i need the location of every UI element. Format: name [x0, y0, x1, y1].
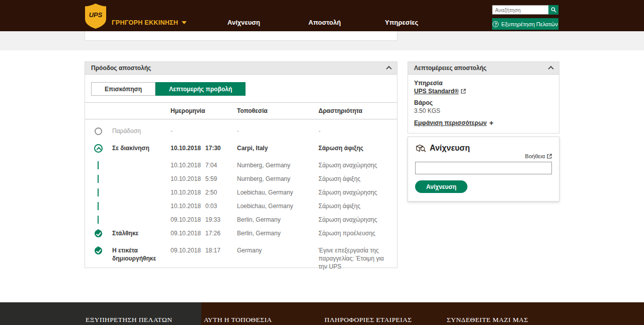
collapse-chevron-icon[interactable]	[386, 66, 391, 72]
pending-circle-icon	[95, 127, 102, 135]
check-circle-icon	[95, 247, 102, 254]
row-activity: Σάρωση αναχώρησης	[318, 188, 397, 197]
details-card-header: Λεπτομέρειες αποστολής	[408, 62, 559, 75]
row-location: Carpi, Italy	[237, 144, 318, 152]
customer-service-label: Εξυπηρέτηση Πελατών	[501, 21, 557, 27]
timeline-row: 10.10.20180:03 Loebichau, Germany Σάρωση…	[85, 202, 397, 216]
row-date: 09.10.201817:26	[171, 229, 237, 237]
plus-icon: +	[490, 119, 494, 127]
question-circle-icon: ?	[493, 21, 499, 27]
column-location: Τοποθεσία	[237, 107, 318, 114]
row-date: 09.10.201818:17	[171, 246, 237, 271]
row-activity: -	[318, 127, 397, 135]
collapse-chevron-icon[interactable]	[548, 66, 553, 72]
column-activity: Δραστηριότητα	[318, 107, 397, 114]
progress-card-header: Πρόοδος αποστολής	[85, 62, 397, 75]
customer-service-button[interactable]: ? Εξυπηρέτηση Πελατών	[492, 18, 558, 30]
row-activity: Έγινε επεξεργασία της παραγγελίας: Έτοιμ…	[318, 246, 397, 271]
timeline-line	[98, 202, 99, 210]
row-activity: Σάρωση αναχώρησης	[318, 161, 397, 169]
search-button[interactable]	[548, 5, 558, 15]
footer-connect-heading: ΣΥΝΔΕΘΕΙΤΕ ΜΑΖΙ ΜΑΣ	[447, 316, 528, 324]
track-widget-card: Ανίχνευση Βοήθεια Ανίχνευση	[408, 137, 559, 202]
column-date: Ημερομηνία	[171, 107, 237, 114]
tab-overview[interactable]: Επισκόπηση	[91, 82, 155, 96]
timeline-row: 10.10.20185:59 Nurnberg, Germany Σάρωση …	[85, 175, 397, 188]
page-footer: ΕΞΥΠΗΡΕΤΗΣΗ ΠΕΛΑΤΩΝ ΑΥΤΗ Η ΤΟΠΟΘΕΣΙΑ ΠΛΗ…	[0, 302, 644, 325]
package-search-icon	[415, 143, 426, 153]
svg-text:UPS: UPS	[89, 11, 103, 19]
progress-card-title: Πρόοδος αποστολής	[91, 64, 151, 72]
row-location: Loebichau, Germany	[237, 202, 318, 210]
timeline-row: 10.10.20182:50 Loebichau, Germany Σάρωση…	[85, 188, 397, 202]
timeline-line	[98, 175, 99, 183]
row-activity: Σάρωση άφιξης	[318, 144, 397, 152]
chevron-down-icon	[182, 21, 187, 24]
ups-logo[interactable]: UPS	[85, 3, 107, 29]
row-location: Nurnberg, Germany	[237, 175, 318, 183]
row-status: Σε διακίνηση	[112, 144, 171, 152]
row-status	[112, 188, 171, 197]
nav-services[interactable]: Υπηρεσίες	[385, 19, 418, 26]
search-icon	[551, 7, 556, 13]
help-link[interactable]: Βοήθεια	[525, 153, 552, 159]
nav-ship[interactable]: Αποστολή	[308, 19, 341, 26]
row-location: Loebichau, Germany	[237, 188, 318, 197]
track-button[interactable]: Ανίχνευση	[415, 180, 467, 193]
timeline-line	[98, 188, 99, 197]
row-date: 10.10.20185:59	[171, 175, 237, 183]
service-link[interactable]: UPS Standard®	[414, 88, 466, 95]
timeline-line	[98, 216, 99, 224]
in-transit-chevron-icon	[94, 144, 103, 153]
ups-shield-icon: UPS	[85, 3, 107, 29]
show-more-link[interactable]: Εμφάνιση περισσότερων +	[414, 119, 494, 127]
header-search	[492, 5, 558, 15]
right-column: Λεπτομέρειες αποστολής Υπηρεσία UPS Stan…	[408, 61, 559, 202]
row-status: Παράδοση	[112, 127, 171, 135]
external-link-icon	[547, 154, 552, 159]
row-activity: Σάρωση προέλευσης	[318, 229, 397, 237]
row-activity: Σάρωση άφιξης	[318, 202, 397, 210]
quick-start-menu[interactable]: ΓΡΗΓΟΡΗ ΕΚΚΙΝΗΣΗ	[112, 19, 187, 26]
tab-detail-view[interactable]: Λεπτομερής προβολή	[155, 82, 246, 96]
timeline-row: Η ετικέτα δημιουργήθηκε 09.10.201818:17 …	[85, 246, 397, 274]
progress-tabs: Επισκόπηση Λεπτομερής προβολή	[91, 82, 391, 96]
row-location: Berlin, Germany	[237, 216, 318, 224]
row-date: 10.10.20180:03	[171, 202, 237, 210]
weight-label: Βάρος	[414, 99, 553, 106]
track-widget-title: Ανίχνευση	[430, 144, 470, 153]
row-date: -	[171, 127, 237, 135]
timeline-row: 10.10.20187:04 Nurnberg, Germany Σάρωση …	[85, 161, 397, 175]
timeline-row: Στάλθηκε 09.10.201817:26 Berlin, Germany…	[85, 229, 397, 246]
gray-band	[0, 31, 644, 50]
service-label: Υπηρεσία	[414, 80, 553, 87]
tracking-number-input[interactable]	[415, 162, 552, 174]
nav-track[interactable]: Ανίχνευση	[227, 19, 260, 26]
row-status	[112, 175, 171, 183]
row-location: -	[237, 127, 318, 135]
quick-start-label: ΓΡΗΓΟΡΗ ΕΚΚΙΝΗΣΗ	[112, 19, 178, 26]
row-status: Η ετικέτα δημιουργήθηκε	[112, 246, 171, 271]
timeline-header-row: Ημερομηνία Τοποθεσία Δραστηριότητα	[85, 102, 397, 119]
shipment-details-card: Λεπτομέρειες αποστολής Υπηρεσία UPS Stan…	[408, 61, 559, 134]
shipment-progress-card: Πρόοδος αποστολής Επισκόπηση Λεπτομερής …	[85, 61, 397, 268]
details-card-title: Λεπτομέρειες αποστολής	[414, 64, 487, 72]
footer-customer-service-heading: ΕΞΥΠΗΡΕΤΗΣΗ ΠΕΛΑΤΩΝ	[86, 316, 172, 324]
external-link-icon	[461, 89, 466, 94]
row-status: Στάλθηκε	[112, 229, 171, 237]
check-circle-icon	[95, 230, 102, 237]
row-activity: Σάρωση άφιξης	[318, 175, 397, 183]
timeline-row: Σε διακίνηση 10.10.201817:30 Carpi, Ital…	[85, 144, 397, 161]
search-input[interactable]	[492, 5, 548, 15]
timeline-row: 09.10.201819:33 Berlin, Germany Σάρωση α…	[85, 216, 397, 229]
main-content: Πρόοδος αποστολής Επισκόπηση Λεπτομερής …	[0, 50, 644, 302]
timeline-body: Παράδοση - - - Σε διακίνηση 10.10.201817…	[85, 119, 397, 274]
row-date: 09.10.201819:33	[171, 216, 237, 224]
weight-value: 3.50 KGS	[414, 107, 553, 114]
timeline-row: Παράδοση - - -	[85, 127, 397, 144]
row-status	[112, 161, 171, 169]
row-date: 10.10.201817:30	[171, 144, 237, 152]
row-activity: Σάρωση αναχώρησης	[318, 216, 397, 224]
row-date: 10.10.20187:04	[171, 161, 237, 169]
top-header: UPS ΓΡΗΓΟΡΗ ΕΚΚΙΝΗΣΗ Ανίχνευση Αποστολή …	[0, 0, 644, 31]
